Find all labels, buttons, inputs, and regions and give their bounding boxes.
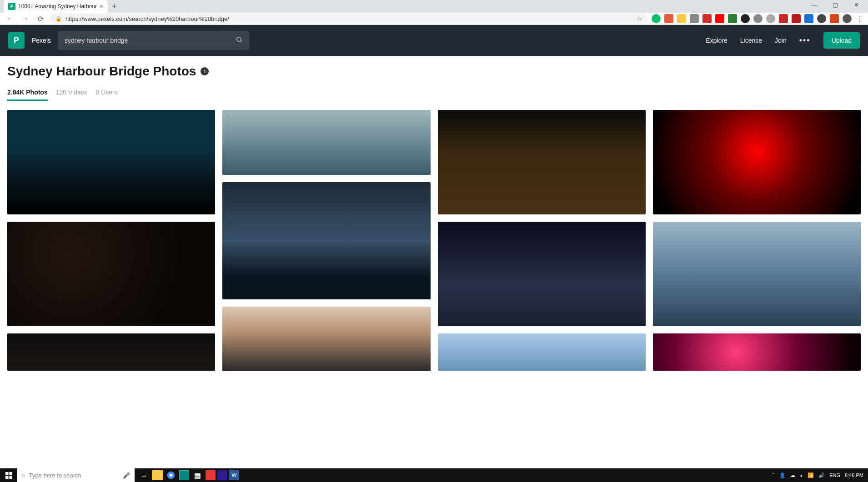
minimize-button[interactable]: —	[805, 0, 823, 9]
forward-button[interactable]: →	[19, 13, 31, 25]
back-button[interactable]: ←	[4, 13, 15, 25]
gallery-column	[7, 110, 215, 371]
close-tab-icon[interactable]: ×	[100, 3, 103, 10]
photo-item[interactable]	[222, 110, 430, 175]
photo-item[interactable]	[222, 307, 430, 371]
chrome-menu-icon[interactable]: ⋮	[855, 14, 864, 23]
language-indicator[interactable]: ENG	[829, 472, 840, 478]
audition-icon[interactable]	[179, 470, 189, 480]
info-icon[interactable]: i	[201, 67, 209, 75]
extension-icon[interactable]	[753, 14, 763, 23]
more-menu-icon[interactable]: •••	[799, 36, 811, 45]
bookmark-star-icon[interactable]: ☆	[637, 15, 642, 22]
tab-users[interactable]: 0 Users	[96, 89, 118, 101]
taskbar-search-placeholder: Type here to search	[29, 472, 81, 479]
photo-item[interactable]	[438, 110, 646, 214]
photo-item[interactable]	[438, 333, 646, 371]
close-window-button[interactable]: ✕	[847, 0, 865, 9]
windows-taskbar: ○ Type here to search 🎤 ▭ ▦ W ˄ 👤 ☁ ⬥ 📶 …	[0, 468, 868, 482]
search-input[interactable]	[65, 37, 236, 44]
mic-icon[interactable]: 🎤	[123, 472, 130, 479]
people-icon[interactable]: 👤	[779, 472, 786, 478]
start-button[interactable]	[0, 468, 17, 482]
reload-button[interactable]: ⟳	[35, 13, 46, 25]
favicon-icon: P	[8, 3, 15, 10]
system-tray: ˄ 👤 ☁ ⬥ 📶 🔊 ENG 8:46 PM	[772, 472, 868, 478]
gallery-column	[653, 110, 861, 371]
extension-icon[interactable]	[728, 14, 737, 23]
tab-videos[interactable]: 120 Videos	[56, 89, 88, 101]
photo-item[interactable]	[438, 222, 646, 326]
page-title: Sydney Harbour Bridge Photos	[7, 64, 196, 79]
task-view-icon[interactable]: ▭	[137, 469, 150, 482]
extension-icon[interactable]	[702, 14, 712, 23]
nav-explore[interactable]: Explore	[706, 37, 727, 44]
result-tabs: 2.84K Photos 120 Videos 0 Users	[7, 89, 861, 101]
extension-icon[interactable]	[652, 14, 661, 23]
photo-item[interactable]	[653, 222, 861, 326]
taskbar-apps: ▭ ▦ W	[137, 469, 239, 482]
extension-icon[interactable]	[690, 14, 699, 23]
extension-icon[interactable]	[677, 14, 686, 23]
browser-tab[interactable]: P 1000+ Amazing Sydney Harbour ×	[4, 0, 108, 13]
cortana-icon: ○	[22, 472, 25, 479]
tab-photos[interactable]: 2.84K Photos	[7, 89, 48, 101]
tab-bar: P 1000+ Amazing Sydney Harbour × + — ▢ ✕	[0, 0, 868, 13]
title-row: Sydney Harbour Bridge Photos i	[7, 64, 861, 79]
extension-icons: ⋮	[652, 14, 864, 23]
photo-item[interactable]	[7, 222, 215, 326]
photo-item[interactable]	[7, 110, 215, 214]
svg-point-7	[170, 474, 173, 477]
svg-rect-4	[5, 476, 9, 479]
brand-label[interactable]: Pexels	[32, 37, 51, 44]
extension-icon[interactable]	[779, 14, 788, 23]
nav-right: Explore License Join ••• Upload	[706, 32, 860, 49]
main-content: Sydney Harbour Bridge Photos i 2.84K Pho…	[0, 56, 868, 371]
file-explorer-icon[interactable]	[152, 470, 163, 480]
gallery-column	[222, 110, 430, 371]
extension-icon[interactable]	[843, 14, 852, 23]
tray-chevron-icon[interactable]: ˄	[772, 472, 775, 478]
onedrive-icon[interactable]: ☁	[790, 472, 795, 478]
extension-icon[interactable]	[715, 14, 724, 23]
photo-item[interactable]	[653, 110, 861, 214]
site-header: P Pexels Explore License Join ••• Upload	[0, 25, 868, 56]
extension-icon[interactable]	[741, 14, 750, 23]
extension-icon[interactable]	[804, 14, 813, 23]
calculator-icon[interactable]: ▦	[191, 469, 204, 482]
photo-item[interactable]	[7, 333, 215, 371]
word-icon[interactable]: W	[229, 470, 239, 480]
photo-item[interactable]	[222, 182, 430, 299]
gallery-column	[438, 110, 646, 371]
upload-button[interactable]: Upload	[823, 32, 860, 49]
nav-license[interactable]: License	[740, 37, 762, 44]
extension-icon[interactable]	[817, 14, 826, 23]
dropbox-icon[interactable]: ⬥	[800, 472, 803, 478]
new-tab-button[interactable]: +	[108, 0, 120, 13]
photo-item[interactable]	[653, 333, 861, 371]
clock[interactable]: 8:46 PM	[845, 472, 863, 478]
address-bar: ← → ⟳ 🔒 https://www.pexels.com/search/sy…	[0, 13, 868, 25]
window-controls: — ▢ ✕	[805, 0, 865, 9]
svg-line-1	[241, 41, 242, 42]
extension-icon[interactable]	[830, 14, 839, 23]
chrome-icon[interactable]	[165, 469, 177, 482]
tab-title: 1000+ Amazing Sydney Harbour	[18, 3, 97, 10]
browser-chrome: P 1000+ Amazing Sydney Harbour × + — ▢ ✕…	[0, 0, 868, 25]
pexels-logo-icon[interactable]: P	[8, 32, 25, 49]
search-icon[interactable]	[236, 36, 243, 45]
wifi-icon[interactable]: 📶	[808, 472, 814, 478]
nav-join[interactable]: Join	[775, 37, 787, 44]
maximize-button[interactable]: ▢	[826, 0, 844, 9]
extension-icon[interactable]	[766, 14, 775, 23]
search-box[interactable]	[58, 31, 249, 50]
app-icon[interactable]	[217, 470, 227, 480]
volume-icon[interactable]: 🔊	[818, 472, 825, 478]
extension-icon[interactable]	[792, 14, 801, 23]
todoist-icon[interactable]	[206, 470, 216, 480]
taskbar-search[interactable]: ○ Type here to search 🎤	[17, 468, 135, 482]
photo-gallery	[7, 110, 861, 371]
extension-icon[interactable]	[664, 14, 673, 23]
url-field[interactable]: 🔒 https://www.pexels.com/search/sydney%2…	[50, 13, 648, 24]
svg-rect-3	[9, 472, 12, 475]
